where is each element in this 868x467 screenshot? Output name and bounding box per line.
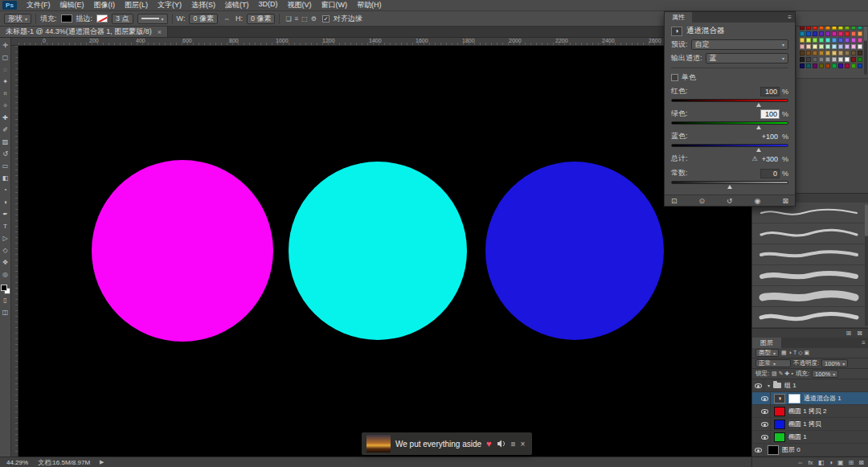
color-swatch[interactable] — [845, 44, 850, 49]
color-swatch[interactable] — [813, 44, 817, 49]
group-expand-icon[interactable]: ▾ — [768, 383, 770, 388]
menu-item[interactable]: 编辑(E) — [55, 0, 89, 10]
layer-row-channel-mixer[interactable]: ◑ 通道混合器 1 — [752, 392, 868, 405]
marquee-tool-icon[interactable]: ▢ — [0, 51, 11, 63]
color-swatch[interactable] — [832, 38, 837, 43]
color-swatch[interactable] — [825, 51, 830, 55]
lock-position-icon[interactable]: ✚ — [785, 371, 790, 377]
color-swatch[interactable] — [845, 51, 850, 55]
menu-item[interactable]: 3D(D) — [254, 0, 283, 10]
visibility-eye-icon[interactable] — [759, 405, 771, 417]
new-group-icon[interactable]: ▣ — [837, 459, 844, 466]
delete-layer-icon[interactable]: ⊠ — [858, 459, 864, 466]
color-swatch[interactable] — [800, 63, 805, 68]
color-swatch[interactable] — [838, 44, 843, 49]
visibility-eye-icon[interactable] — [752, 379, 764, 391]
color-swatch[interactable] — [813, 63, 817, 68]
vertical-ruler[interactable] — [11, 46, 18, 457]
color-swatch[interactable] — [806, 63, 811, 68]
red-value-field[interactable]: 100 — [760, 87, 780, 96]
new-adjustment-layer-icon[interactable]: ◑ — [829, 459, 833, 466]
lasso-tool-icon[interactable]: ◌ — [0, 63, 11, 76]
link-layers-icon[interactable]: ⇔ — [796, 459, 803, 466]
delete-brush-icon[interactable]: ⊠ — [857, 330, 862, 337]
constant-slider-thumb[interactable] — [727, 185, 732, 189]
green-slider-thumb[interactable] — [756, 125, 761, 129]
add-layer-mask-icon[interactable]: ◧ — [818, 459, 825, 466]
gear-icon[interactable]: ⚙ — [309, 15, 318, 23]
move-tool-icon[interactable]: ✛ — [0, 39, 11, 51]
menu-item[interactable]: 视图(V) — [283, 0, 317, 10]
color-swatch[interactable] — [845, 38, 850, 43]
constant-slider[interactable] — [671, 181, 788, 184]
blue-slider[interactable] — [671, 144, 788, 147]
shape-tool-icon[interactable]: ◇ — [0, 244, 11, 256]
color-swatch[interactable] — [851, 44, 856, 49]
crop-tool-icon[interactable]: ⌗ — [0, 88, 11, 100]
menu-item[interactable]: 文字(Y) — [153, 0, 186, 10]
tab-layers[interactable]: 图层 — [752, 338, 781, 348]
visibility-eye-icon[interactable] — [759, 418, 771, 430]
menu-item[interactable]: 帮助(H) — [352, 0, 387, 10]
color-swatch[interactable] — [832, 51, 837, 55]
color-swatch[interactable] — [813, 51, 817, 55]
blue-value-field[interactable]: +100 — [760, 133, 780, 141]
color-swatch[interactable] — [813, 57, 817, 62]
adjustment-filter-icon[interactable]: ◑ — [788, 350, 792, 356]
layer-filter-type-dropdown[interactable]: 类型 ▾ — [755, 349, 779, 357]
color-swatch[interactable] — [838, 51, 843, 55]
color-swatch[interactable] — [825, 31, 830, 36]
hand-tool-icon[interactable]: ✥ — [0, 256, 11, 268]
menu-item[interactable]: 窗口(W) — [317, 0, 353, 10]
swatches-scrollbar[interactable] — [864, 23, 867, 75]
color-swatch[interactable] — [851, 57, 856, 62]
color-swatch[interactable] — [819, 51, 824, 55]
lock-pixels-icon[interactable]: ✎ — [779, 371, 784, 377]
brush-preset[interactable] — [752, 244, 868, 265]
visibility-eye-icon[interactable] — [759, 392, 771, 404]
color-swatch[interactable] — [825, 57, 830, 62]
menu-icon[interactable]: ≡ — [511, 440, 516, 449]
visibility-eye-icon[interactable] — [759, 431, 771, 443]
constant-value-field[interactable]: 0 — [760, 169, 780, 178]
toggle-visibility-icon[interactable]: ⊙ — [699, 197, 706, 205]
color-swatch[interactable] — [806, 44, 811, 49]
pen-tool-icon[interactable]: ✒ — [0, 208, 11, 220]
menu-item[interactable]: 滤镜(T) — [220, 0, 254, 10]
status-flyout-icon[interactable]: ▶ — [100, 459, 104, 465]
type-filter-icon[interactable]: T — [793, 350, 796, 356]
zoom-tool-icon[interactable]: ◎ — [0, 268, 11, 281]
path-arrange-icon[interactable]: ⬚ — [300, 15, 309, 23]
document-canvas[interactable] — [18, 46, 751, 457]
tool-mode-dropdown[interactable]: 形状 ▾ — [4, 14, 31, 24]
layer-style-icon[interactable]: fx — [808, 459, 813, 466]
tab-properties[interactable]: 属性 — [665, 12, 692, 23]
smart-object-filter-icon[interactable]: ▣ — [805, 350, 810, 356]
document-tab[interactable]: 未标题-1 @ 44.3%(通道混合器 1, 图层蒙版/8) × — [0, 27, 168, 37]
color-swatch[interactable] — [819, 63, 824, 68]
color-swatch[interactable] — [819, 44, 824, 49]
color-swatch[interactable] — [813, 31, 817, 36]
layer-thumbnail[interactable] — [774, 432, 785, 442]
color-swatch[interactable] — [832, 63, 837, 68]
fill-color-swatch[interactable] — [61, 14, 72, 23]
color-swatch[interactable] — [845, 57, 850, 62]
menu-item[interactable]: 选择(S) — [186, 0, 220, 10]
color-swatch[interactable] — [800, 38, 805, 43]
color-swatch[interactable] — [819, 57, 824, 62]
color-swatch[interactable] — [800, 51, 805, 55]
color-swatch[interactable] — [838, 31, 843, 36]
visibility-eye-icon[interactable] — [752, 444, 764, 456]
green-value-field[interactable]: 100 — [760, 109, 780, 119]
layer-row-ellipse[interactable]: 椭圆 1 — [752, 431, 868, 444]
layer-thumbnail[interactable] — [774, 420, 785, 429]
red-slider-thumb[interactable] — [756, 103, 761, 107]
view-previous-state-icon[interactable]: ↺ — [727, 197, 733, 205]
pixel-filter-icon[interactable]: ▦ — [781, 350, 787, 356]
brush-preset[interactable] — [752, 265, 868, 286]
delete-adjustment-icon[interactable]: ⊠ — [782, 197, 788, 205]
menu-item[interactable]: 图层(L) — [120, 0, 153, 10]
quick-selection-tool-icon[interactable]: ✦ — [0, 76, 11, 88]
new-brush-icon[interactable]: ⊞ — [846, 330, 852, 337]
gradient-tool-icon[interactable]: ◧ — [0, 172, 11, 184]
